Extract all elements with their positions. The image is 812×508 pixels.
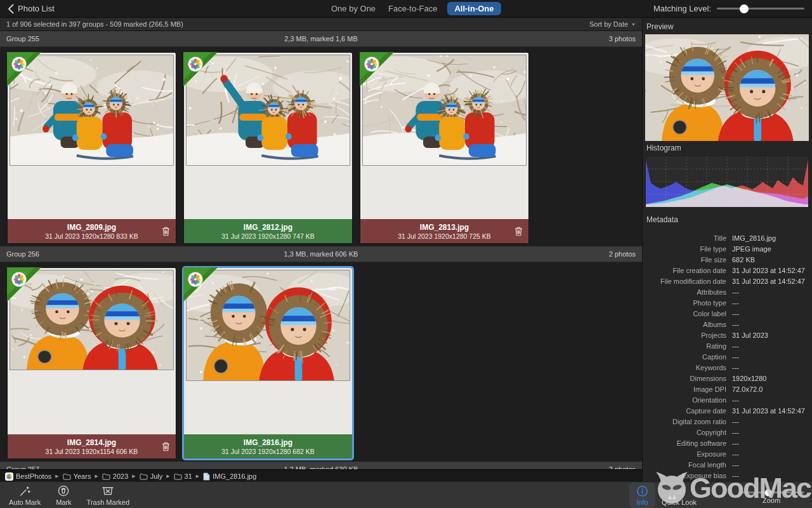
metadata-value: 72.0x72.0 [732, 385, 763, 393]
metadata-row: Photo type--- [645, 297, 812, 308]
metadata-value: JPEG image [732, 245, 771, 253]
matching-level-slider[interactable] [717, 8, 804, 10]
toolbar-button-auto-mark[interactable]: Auto Mark [9, 485, 41, 506]
metadata-label: Title [645, 234, 726, 242]
breadcrumb-item[interactable]: Years [63, 472, 91, 480]
metadata-label: Keywords [645, 364, 726, 371]
metadata-row: Color label--- [645, 308, 812, 319]
metadata-row: Attributes--- [645, 286, 812, 297]
toolbar-button-label: Auto Mark [9, 498, 41, 506]
histogram-chart [645, 156, 809, 208]
photo-card[interactable]: IMG_2809.jpg31 Jul 2023 1920x1280 833 KB [8, 53, 176, 243]
duplicate-group-list: Group 2552,3 MB, marked 1,6 MB3 photosIM… [0, 31, 642, 469]
marked-ribbon-icon [7, 267, 41, 302]
zoom-slider-thumb[interactable] [764, 489, 771, 496]
breadcrumb-item[interactable]: 2023 [102, 472, 128, 480]
matching-level-thumb[interactable] [740, 4, 749, 13]
metadata-value: --- [732, 299, 739, 307]
metadata-label: File creation date [645, 267, 726, 274]
metadata-label: Photo type [645, 299, 726, 307]
card-row: IMG_2809.jpg31 Jul 2023 1920x1280 833 KB… [0, 47, 642, 246]
trash-icon [514, 227, 523, 236]
photo-details: 31 Jul 2023 1920x1280 682 KB [221, 448, 315, 455]
photo-card[interactable]: IMG_2814.jpg31 Jul 2023 1920x1154 606 KB [8, 268, 176, 458]
folder-icon [140, 473, 148, 480]
metadata-row: File typeJPEG image [645, 243, 812, 254]
breadcrumb-label: IMG_2816.jpg [213, 472, 256, 480]
metadata-value: --- [732, 342, 739, 350]
info-sidebar: Preview Histogram Metadata TitleIMG_2816… [642, 18, 812, 481]
trash-button[interactable] [162, 227, 170, 236]
toolbar-button-quick-look[interactable]: Quick Look [662, 485, 697, 506]
back-button[interactable]: Photo List [8, 4, 55, 14]
breadcrumb-label: 31 [185, 472, 192, 480]
breadcrumb-item[interactable]: IMG_2816.jpg [203, 472, 256, 481]
tab-face-to-face[interactable]: Face-to-Face [386, 2, 440, 15]
photo-card[interactable]: IMG_2812.jpg31 Jul 2023 1920x1280 747 KB [184, 53, 352, 243]
photo-card[interactable]: IMG_2813.jpg31 Jul 2023 1920x1280 725 KB [360, 53, 528, 243]
metadata-row: Rating--- [645, 340, 812, 351]
toolbar-button-mark[interactable]: Mark [56, 485, 71, 506]
photo-filename: IMG_2809.jpg [67, 223, 116, 232]
group-header: Group 2552,3 MB, marked 1,6 MB3 photos [0, 31, 642, 47]
marked-ribbon-icon [183, 52, 218, 86]
sort-button[interactable]: Sort by Date ▼ [589, 20, 636, 28]
marked-ribbon-icon [7, 52, 41, 86]
metadata-row: TitleIMG_2816.jpg [645, 232, 812, 243]
photo-details: 31 Jul 2023 1920x1280 725 KB [398, 232, 491, 240]
metadata-label: Color label [645, 310, 726, 318]
metadata-row: File modification date31 Jul 2023 at 14:… [645, 276, 812, 286]
metadata-value: 31 Jul 2023 [732, 331, 768, 339]
metadata-label: Capture date [645, 407, 726, 415]
status-bar: 1 of 906 selected in 397 groups - 509 ma… [0, 18, 642, 31]
metadata-label: Focal length [645, 461, 726, 469]
breadcrumb-label: 2023 [113, 472, 128, 480]
breadcrumb-item[interactable]: BestPhotos [5, 472, 51, 481]
metadata-value: --- [732, 450, 739, 458]
breadcrumb-label: Years [74, 472, 91, 480]
selection-summary: 1 of 906 selected in 397 groups - 509 ma… [6, 20, 183, 28]
marked-ribbon-icon [183, 267, 218, 302]
toolbar-button-label: Trash Marked [87, 498, 129, 506]
chevron-left-icon [8, 4, 14, 14]
metadata-row: Exposure bias--- [645, 470, 812, 481]
quicklook-icon [672, 485, 686, 497]
photo-filename: IMG_2812.jpg [244, 223, 292, 232]
metadata-value: --- [732, 396, 739, 404]
toolbar-button-zoom[interactable]: Zoom [733, 486, 809, 504]
group-name: Group 256 [6, 250, 39, 258]
metadata-title: Metadata [646, 215, 812, 224]
trash-button[interactable] [162, 442, 170, 451]
photo-card[interactable]: IMG_2816.jpg31 Jul 2023 1920x1280 682 KB [184, 268, 352, 458]
file-icon [203, 472, 210, 481]
photo-details: 31 Jul 2023 1920x1280 747 KB [221, 232, 315, 240]
matching-level-label: Matching Level: [653, 4, 711, 13]
title-bar: Photo List One by OneFace-to-FaceAll-in-… [0, 0, 812, 18]
marked-ribbon-icon [360, 52, 394, 86]
photos-app-icon [5, 472, 13, 481]
photo-filename: IMG_2816.jpg [244, 438, 292, 447]
metadata-label: File type [645, 245, 726, 253]
tab-all-in-one[interactable]: All-in-One [447, 2, 501, 15]
folder-icon [174, 473, 182, 480]
toolbar-button-info[interactable]: Info [629, 483, 655, 508]
photo-card-footer: IMG_2816.jpg31 Jul 2023 1920x1280 682 KB [184, 434, 352, 458]
group-header: Group 2571,2 MB, marked 630 KB2 photos [0, 462, 642, 469]
metadata-value: --- [732, 472, 739, 479]
metadata-row: Copyright--- [645, 427, 812, 438]
trash-icon [162, 227, 170, 236]
tab-one-by-one[interactable]: One by One [329, 2, 378, 15]
photo-filename: IMG_2814.jpg [67, 438, 116, 447]
metadata-value: 31 Jul 2023 at 14:52:47 [732, 407, 805, 415]
zoom-slider[interactable] [738, 491, 804, 493]
folder-icon [63, 473, 71, 480]
toolbar-button-trash-marked[interactable]: Trash Marked [87, 485, 129, 506]
metadata-table: TitleIMG_2816.jpgFile typeJPEG imageFile… [645, 232, 812, 481]
metadata-value: --- [732, 439, 739, 447]
info-icon [636, 485, 648, 497]
breadcrumb-separator-icon: ▶ [95, 474, 98, 479]
breadcrumb-item[interactable]: July [140, 472, 163, 480]
photo-card-footer: IMG_2812.jpg31 Jul 2023 1920x1280 747 KB [184, 219, 352, 243]
breadcrumb-item[interactable]: 31 [174, 472, 192, 480]
trash-button[interactable] [514, 227, 523, 236]
